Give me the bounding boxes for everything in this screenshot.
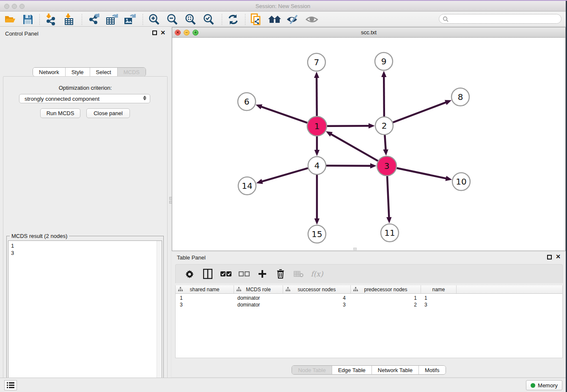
edge-1-6[interactable]	[261, 107, 307, 123]
table-row[interactable]: 1 dominator 4 1 1	[176, 295, 562, 302]
memory-label: Memory	[538, 382, 558, 389]
graph-node-14[interactable]: 14	[238, 177, 256, 195]
graph-node-9[interactable]: 9	[375, 52, 393, 70]
edge-4-3[interactable]	[326, 166, 371, 166]
graph-node-11[interactable]: 11	[381, 224, 399, 242]
graph-node-7[interactable]: 7	[308, 53, 325, 71]
edge-2-8[interactable]	[393, 102, 446, 123]
import-table-icon[interactable]	[63, 13, 76, 26]
run-mcds-button[interactable]: Run MCDS	[40, 108, 80, 118]
svg-text:14: 14	[242, 181, 252, 191]
select-all-columns-icon[interactable]	[220, 268, 231, 279]
graph-node-15[interactable]: 15	[308, 225, 326, 243]
edge-4-14[interactable]	[262, 168, 308, 182]
close-panel-icon[interactable]: ✕	[160, 30, 165, 35]
tab-edge-table[interactable]: Edge Table	[332, 366, 372, 374]
edge-2-9[interactable]	[384, 77, 384, 116]
column-header-successor-nodes[interactable]: successor nodes	[283, 285, 351, 293]
refresh-icon[interactable]	[226, 13, 240, 26]
table-float-icon[interactable]	[547, 255, 552, 259]
memory-button[interactable]: Memory	[526, 380, 562, 390]
graph-node-8[interactable]: 8	[451, 88, 469, 106]
list-icon	[7, 382, 14, 389]
optimization-criterion-select[interactable]: strongly connected component	[19, 94, 150, 103]
function-builder-icon: f(x)	[311, 268, 322, 279]
tab-motifs[interactable]: Motifs	[419, 366, 446, 374]
deselect-all-columns-icon[interactable]	[239, 268, 250, 279]
tab-node-table[interactable]: Node Table	[292, 366, 332, 374]
save-session-icon[interactable]	[21, 13, 35, 26]
network-view-titlebar[interactable]: ✕ − + scc.txt	[172, 28, 565, 38]
zoom-out-icon[interactable]	[165, 13, 179, 26]
column-header-shared-name[interactable]: shared name	[176, 285, 234, 293]
tab-mcds[interactable]: MCDS	[118, 68, 146, 76]
close-panel-button[interactable]: Close panel	[86, 108, 130, 118]
tab-network-table[interactable]: Network Table	[372, 366, 419, 374]
table-panel: Table Panel ✕ f(x)	[172, 252, 566, 377]
tab-style[interactable]: Style	[66, 68, 90, 76]
import-network-icon[interactable]	[44, 13, 58, 26]
svg-text:11: 11	[384, 228, 395, 238]
network-view-title: scc.txt	[172, 29, 565, 36]
settings-gear-icon[interactable]	[184, 268, 195, 279]
graph-node-4[interactable]: 4	[308, 157, 326, 174]
hierarchy-icon	[178, 287, 183, 292]
mcds-result-scrollbar[interactable]	[157, 241, 162, 392]
graph-node-1[interactable]: 1	[307, 116, 327, 136]
control-panel: Control Panel ✕ Network Style Select MCD…	[0, 27, 171, 378]
table-panel-title: Table Panel	[177, 254, 206, 261]
zoom-in-icon[interactable]	[147, 13, 161, 26]
edge-1-2[interactable]	[327, 126, 369, 126]
graph-node-6[interactable]: 6	[238, 93, 256, 110]
add-column-icon[interactable]	[257, 268, 268, 279]
zoom-selected-icon[interactable]	[202, 13, 215, 26]
hierarchy-icon	[353, 287, 358, 292]
mcds-result-title: MCDS result (2 nodes)	[10, 233, 69, 239]
delete-columns-trash-icon[interactable]	[275, 268, 286, 279]
clone-network-icon[interactable]	[249, 13, 263, 26]
optimization-criterion-label: Optimization criterion:	[3, 85, 167, 91]
svg-text:8: 8	[458, 92, 463, 102]
edge-2-3[interactable]	[385, 135, 385, 150]
column-header-predecessor-nodes[interactable]: predecessor nodes	[351, 285, 421, 293]
show-all-icon[interactable]	[305, 13, 319, 26]
zoom-fit-icon[interactable]	[184, 13, 197, 26]
mcds-panel-body: Optimization criterion: strongly connect…	[3, 76, 168, 392]
column-header-name[interactable]: name	[421, 285, 457, 293]
tab-network[interactable]: Network	[33, 68, 66, 76]
table-header-row: shared name MCDS role successor nodes pr…	[176, 285, 562, 294]
optimization-criterion-value: strongly connected component	[25, 96, 99, 102]
search-input[interactable]	[449, 15, 561, 23]
tab-select[interactable]: Select	[90, 68, 118, 76]
column-header-mcds-role[interactable]: MCDS role	[234, 285, 283, 293]
titlebar: Session: New Session	[0, 1, 566, 11]
export-table-icon[interactable]	[105, 13, 119, 26]
edge-3-11[interactable]	[387, 176, 389, 218]
column-layout-icon[interactable]	[202, 268, 213, 279]
control-panel-tabs: Network Style Select MCDS	[33, 67, 146, 77]
float-panel-icon[interactable]	[152, 30, 157, 35]
hide-selected-icon[interactable]	[286, 13, 300, 26]
edge-3-10[interactable]	[396, 168, 446, 179]
svg-text:1: 1	[314, 121, 320, 131]
graph-node-2[interactable]: 2	[375, 117, 393, 135]
open-session-icon[interactable]	[3, 13, 17, 26]
canvas-grip[interactable]	[353, 248, 357, 250]
network-graph[interactable]: 7968124314101511	[172, 38, 565, 251]
task-history-button[interactable]	[4, 380, 17, 390]
delete-table-icon	[293, 268, 304, 279]
edge-3-1[interactable]	[331, 134, 378, 161]
network-canvas[interactable]: 7968124314101511	[172, 38, 565, 251]
export-network-icon[interactable]	[87, 13, 101, 26]
network-view-frame: ✕ − + scc.txt 7968124314101511	[172, 27, 566, 251]
table-close-icon[interactable]: ✕	[556, 254, 561, 259]
control-panel-title: Control Panel	[5, 30, 39, 37]
first-neighbors-icon[interactable]	[268, 13, 281, 26]
table-row[interactable]: 3 dominator 3 2 3	[176, 302, 562, 309]
mcds-result-text[interactable]: 1 3	[8, 240, 162, 392]
edge-1-7[interactable]	[317, 77, 317, 116]
graph-node-10[interactable]: 10	[452, 173, 470, 190]
graph-node-3[interactable]: 3	[377, 156, 396, 176]
search-box[interactable]	[439, 14, 561, 24]
export-image-icon[interactable]	[123, 13, 137, 26]
